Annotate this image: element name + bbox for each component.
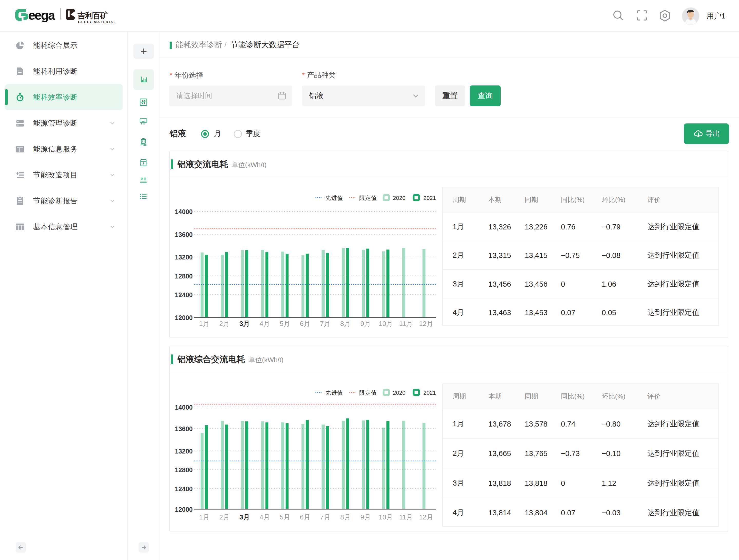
svg-text:先进值: 先进值 <box>325 390 343 396</box>
svg-text:11月: 11月 <box>399 513 413 521</box>
svg-text:6月: 6月 <box>300 320 310 327</box>
svg-text:2月: 2月 <box>219 513 230 521</box>
svg-text:7月: 7月 <box>320 513 330 521</box>
svg-text:1月: 1月 <box>199 513 209 521</box>
svg-text:限定值: 限定值 <box>359 390 377 396</box>
svg-text:eega: eega <box>28 8 55 23</box>
svg-text:12月: 12月 <box>419 320 433 327</box>
svg-text:2020: 2020 <box>393 195 406 201</box>
svg-text:2021: 2021 <box>423 390 436 396</box>
svg-text:13200: 13200 <box>175 254 193 261</box>
svg-text:10月: 10月 <box>379 513 393 521</box>
svg-text:5月: 5月 <box>280 513 290 521</box>
svg-text:4月: 4月 <box>260 320 270 327</box>
svg-text:13600: 13600 <box>175 425 193 432</box>
svg-text:12000: 12000 <box>175 506 193 513</box>
svg-text:6月: 6月 <box>300 513 310 521</box>
svg-text:9月: 9月 <box>360 513 371 521</box>
svg-text:7月: 7月 <box>320 320 330 327</box>
svg-text:3月: 3月 <box>240 320 250 327</box>
svg-text:2月: 2月 <box>219 320 230 327</box>
svg-text:13200: 13200 <box>175 448 193 455</box>
svg-text:14000: 14000 <box>175 208 193 215</box>
svg-text:9月: 9月 <box>360 320 371 327</box>
svg-text:12月: 12月 <box>419 513 433 521</box>
svg-text:13600: 13600 <box>175 231 193 238</box>
svg-text:吉利百矿: 吉利百矿 <box>78 11 108 20</box>
svg-text:2020: 2020 <box>393 390 406 396</box>
svg-text:12400: 12400 <box>175 485 193 493</box>
svg-text:14000: 14000 <box>175 404 193 411</box>
svg-text:GEELY MATERIAL: GEELY MATERIAL <box>78 20 116 24</box>
svg-text:3月: 3月 <box>240 513 250 521</box>
svg-text:限定值: 限定值 <box>359 195 377 201</box>
svg-text:12800: 12800 <box>175 466 193 473</box>
svg-text:8月: 8月 <box>340 513 350 521</box>
svg-text:11月: 11月 <box>399 320 413 327</box>
svg-text:先进值: 先进值 <box>325 195 343 201</box>
svg-text:12000: 12000 <box>175 314 193 321</box>
svg-text:8月: 8月 <box>340 320 350 327</box>
svg-text:4月: 4月 <box>260 513 270 521</box>
svg-text:5月: 5月 <box>280 320 290 327</box>
svg-text:12400: 12400 <box>175 291 193 298</box>
svg-text:1月: 1月 <box>199 320 209 327</box>
svg-text:10月: 10月 <box>379 320 393 327</box>
svg-text:12800: 12800 <box>175 273 193 280</box>
svg-text:2021: 2021 <box>423 195 436 201</box>
